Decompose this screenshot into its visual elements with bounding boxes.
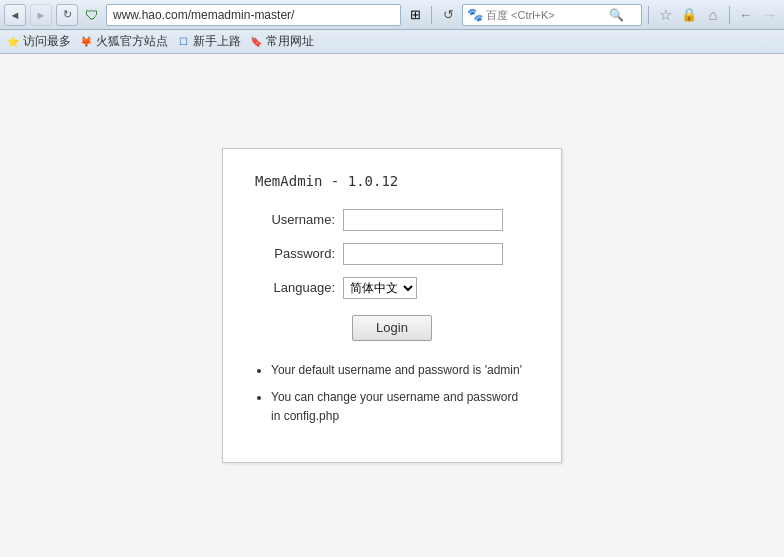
language-select[interactable]: 简体中文 <box>343 277 417 299</box>
search-bar[interactable]: 🐾 🔍 <box>462 4 642 26</box>
info-item-change-credentials: You can change your username and passwor… <box>271 388 529 426</box>
separator3 <box>729 6 730 24</box>
bookmark-star-icon[interactable]: ☆ <box>655 5 675 25</box>
bookmark-visit-most[interactable]: ⭐ 访问最多 <box>6 33 71 50</box>
username-label: Username: <box>255 212 335 227</box>
search-input[interactable] <box>486 9 606 21</box>
bookmark-common-icon: 🔖 <box>249 35 263 49</box>
login-button[interactable]: Login <box>352 315 432 341</box>
shield-icon: 🛡 <box>82 5 102 25</box>
browser-toolbar: ◄ ► ↻ 🛡 ⊞ ↺ 🐾 🔍 ☆ 🔒 ⌂ ← → <box>0 0 784 30</box>
bookmarks-bar: ⭐ 访问最多 🦊 火狐官方站点 ☐ 新手上路 🔖 常用网址 <box>0 30 784 54</box>
language-label: Language: <box>255 280 335 295</box>
bookmark-common-label: 常用网址 <box>266 33 314 50</box>
separator2 <box>648 6 649 24</box>
back-button[interactable]: ◄ <box>4 4 26 26</box>
bookmark-common-sites[interactable]: 🔖 常用网址 <box>249 33 314 50</box>
username-input[interactable] <box>343 209 503 231</box>
nav-back-icon[interactable]: ← <box>736 5 756 25</box>
info-item-default-credentials: Your default username and password is 'a… <box>271 361 529 380</box>
nav-forward-icon[interactable]: → <box>760 5 780 25</box>
bookmark-firefox-official[interactable]: 🦊 火狐官方站点 <box>79 33 168 50</box>
address-bar[interactable] <box>106 4 401 26</box>
separator <box>431 6 432 24</box>
grid-icon[interactable]: ⊞ <box>405 5 425 25</box>
bookmark-visit-most-icon: ⭐ <box>6 35 20 49</box>
username-row: Username: <box>255 209 529 231</box>
app-title: MemAdmin - 1.0.12 <box>255 173 529 189</box>
lock-icon[interactable]: 🔒 <box>679 5 699 25</box>
password-input[interactable] <box>343 243 503 265</box>
bookmark-beginner-icon: ☐ <box>176 35 190 49</box>
bookmark-beginner-label: 新手上路 <box>193 33 241 50</box>
login-box: MemAdmin - 1.0.12 Username: Password: La… <box>222 148 562 464</box>
password-row: Password: <box>255 243 529 265</box>
password-label: Password: <box>255 246 335 261</box>
page-content: MemAdmin - 1.0.12 Username: Password: La… <box>0 54 784 557</box>
search-icon[interactable]: 🔍 <box>609 8 624 22</box>
refresh-button[interactable]: ↻ <box>56 4 78 26</box>
language-row: Language: 简体中文 <box>255 277 529 299</box>
bookmark-visit-most-label: 访问最多 <box>23 33 71 50</box>
reload-icon[interactable]: ↺ <box>438 5 458 25</box>
forward-button[interactable]: ► <box>30 4 52 26</box>
bookmark-firefox-icon: 🦊 <box>79 35 93 49</box>
search-engine-icon: 🐾 <box>467 7 483 22</box>
login-btn-row: Login <box>255 315 529 341</box>
bookmark-beginner[interactable]: ☐ 新手上路 <box>176 33 241 50</box>
info-section: Your default username and password is 'a… <box>255 361 529 427</box>
browser-window: ◄ ► ↻ 🛡 ⊞ ↺ 🐾 🔍 ☆ 🔒 ⌂ ← → ⭐ <box>0 0 784 557</box>
home-icon[interactable]: ⌂ <box>703 5 723 25</box>
bookmark-firefox-label: 火狐官方站点 <box>96 33 168 50</box>
